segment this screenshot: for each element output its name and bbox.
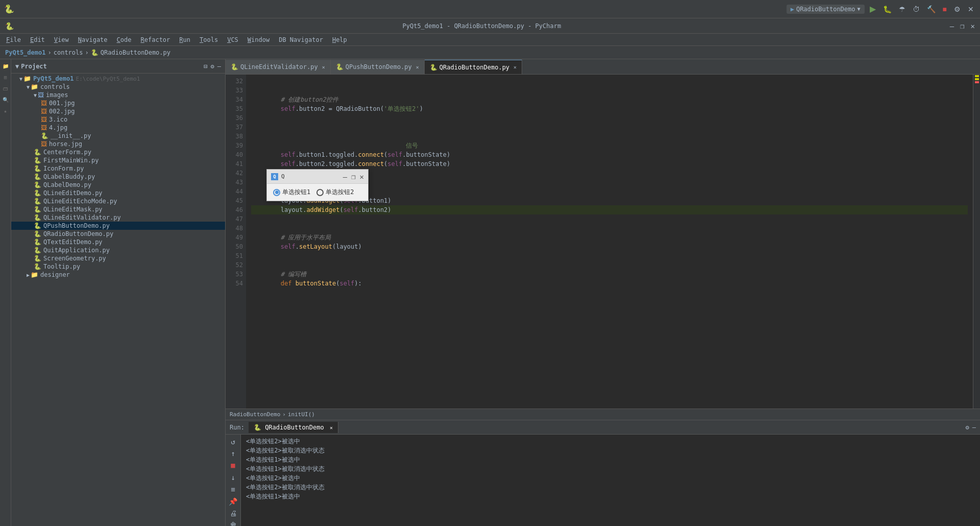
breadcrumb-file[interactable]: QRadioButtonDemo.py: [101, 49, 170, 56]
tree-centerform[interactable]: 🐍 CenterForm.py: [11, 148, 225, 156]
menu-file[interactable]: File: [2, 35, 25, 44]
coverage-button[interactable]: ☂: [897, 4, 908, 14]
tree-3ico[interactable]: 🖼 3.ico: [11, 115, 225, 124]
radio-button-2[interactable]: [316, 189, 324, 196]
tree-horsejpg[interactable]: 🖼 horse.jpg: [11, 140, 225, 148]
tree-quitapplication[interactable]: 🐍 QuitApplication.py: [11, 246, 225, 254]
clear-button[interactable]: 🗑: [228, 520, 239, 526]
profile-button[interactable]: ⏱: [911, 4, 922, 14]
tree-qlineeditechomode[interactable]: 🐍 QLineEditEchoMode.py: [11, 197, 225, 205]
breadcrumb-controls[interactable]: controls: [54, 49, 83, 56]
tree-qlineeeditmask[interactable]: 🐍 QLineEditMask.py: [11, 205, 225, 213]
tab-close-1[interactable]: ✕: [322, 64, 325, 70]
favorites-icon[interactable]: ★: [1, 106, 10, 115]
scroll-up-button[interactable]: ↑: [228, 448, 239, 458]
editor-breadcrumb-class[interactable]: RadioButtonDemo: [230, 411, 280, 418]
code-content[interactable]: # 创建button2控件 self.button2 = QRadioButto…: [246, 75, 973, 409]
editor-breadcrumb-method[interactable]: initUI(): [288, 411, 315, 418]
collapse-all-icon[interactable]: ⊟: [204, 63, 207, 70]
tab-close-3[interactable]: ✕: [513, 64, 517, 70]
project-panel-title-area: ▼ Project: [15, 63, 47, 70]
tab-qlineeditvalidator[interactable]: 🐍 QLineEditValidator.py ✕: [226, 60, 331, 74]
project-dropdown-icon[interactable]: ▼: [15, 63, 19, 70]
tree-4jpg[interactable]: 🖼 4.jpg: [11, 124, 225, 132]
tab-qradiobuttondemo[interactable]: 🐍 QRadioButtonDemo.py ✕: [425, 60, 522, 74]
menu-edit[interactable]: Edit: [26, 35, 49, 44]
tree-images[interactable]: ▼ 🖼 images: [11, 91, 225, 99]
breadcrumb-project[interactable]: PyQt5_demo1: [5, 49, 45, 56]
tree-qlineeditdemo[interactable]: 🐍 QLineEditDemo.py: [11, 189, 225, 197]
dialog-close-btn[interactable]: ✕: [360, 173, 364, 181]
menu-help[interactable]: Help: [328, 35, 351, 44]
tree-iconform[interactable]: 🐍 IconForm.py: [11, 164, 225, 173]
tree-qlineeditvalidator[interactable]: 🐍 QLineEditValidator.py: [11, 213, 225, 222]
tree-qradiobuttondemo[interactable]: 🐍 QRadioButtonDemo.py: [11, 230, 225, 238]
tab-qpushbuttondemo[interactable]: 🐍 QPushButtonDemo.py ✕: [331, 60, 425, 74]
floating-dialog: Q Q — ❐ ✕ 单选按钮1 单选: [266, 169, 369, 201]
close-window-button[interactable]: ✕: [966, 4, 976, 14]
db-browser-icon[interactable]: 🗃: [1, 84, 10, 93]
menu-tools[interactable]: Tools: [195, 35, 222, 44]
tree-screengeometry[interactable]: 🐍 ScreenGeometry.py: [11, 254, 225, 262]
run-tab-close[interactable]: ✕: [330, 425, 333, 431]
menu-window[interactable]: Window: [243, 35, 274, 44]
tree-001jpg[interactable]: 🖼 001.jpg: [11, 99, 225, 107]
dialog-minimize-btn[interactable]: —: [343, 173, 347, 181]
menu-code[interactable]: Code: [113, 35, 136, 44]
tree-designer[interactable]: ▶ 📁 designer: [11, 271, 225, 279]
tree-firstmainwin[interactable]: 🐍 FirstMainWin.py: [11, 156, 225, 164]
close-button[interactable]: ✕: [971, 22, 975, 30]
code-line-39: 信号: [251, 141, 968, 150]
tab-close-2[interactable]: ✕: [416, 64, 419, 70]
tree-qlabeldemo[interactable]: 🐍 QLabelDemo.py: [11, 181, 225, 189]
debug-button[interactable]: 🐛: [881, 4, 894, 14]
radio-button-1[interactable]: [273, 189, 280, 196]
code-editor: 3233343536 3738394041 4243444546 4748495…: [226, 75, 980, 409]
tree-controls[interactable]: ▼ 📁 controls: [11, 83, 225, 91]
close-panel-icon[interactable]: —: [217, 63, 221, 70]
scroll-down-button[interactable]: ↓: [228, 472, 239, 482]
pin-button[interactable]: 📌: [228, 496, 239, 506]
menu-vcs[interactable]: VCS: [223, 35, 242, 44]
menu-view[interactable]: View: [50, 35, 73, 44]
tree-qtexteditdemo[interactable]: 🐍 QTextEditDemo.py: [11, 238, 225, 246]
build-button[interactable]: 🔨: [925, 4, 938, 14]
menu-run[interactable]: Run: [175, 35, 194, 44]
run-tab-active[interactable]: 🐍 QRadioButtonDemo ✕: [249, 422, 338, 433]
run-button[interactable]: ▶: [868, 3, 878, 15]
stop-run-button[interactable]: ■: [228, 461, 239, 470]
structure-icon[interactable]: ⊞: [1, 73, 10, 82]
stop-button[interactable]: ■: [941, 4, 949, 14]
tree-qlabelbuddy[interactable]: 🐍 QLabelBuddy.py: [11, 173, 225, 181]
settings-cog-icon[interactable]: ⚙: [211, 63, 214, 70]
breadcrumb-icon: 🐍: [91, 49, 99, 56]
run-config-selector[interactable]: ▶ QRadioButtonDemo ▼: [787, 5, 865, 14]
tree-tooltip[interactable]: 🐍 Tooltip.py: [11, 262, 225, 271]
right-gutter: [973, 75, 980, 409]
dialog-maximize-btn[interactable]: ❐: [351, 173, 355, 181]
settings-button[interactable]: ⚙: [952, 4, 963, 14]
maximize-button[interactable]: ❐: [960, 22, 964, 30]
rerun-button[interactable]: ↺: [228, 437, 239, 446]
toolbar-right: ▶ QRadioButtonDemo ▼ ▶ 🐛 ☂ ⏱ 🔨 ■ ⚙ ✕: [787, 3, 976, 15]
print-button[interactable]: 🖨: [228, 508, 239, 518]
run-close-icon[interactable]: —: [972, 424, 976, 431]
run-settings-icon[interactable]: ⚙: [966, 424, 969, 431]
code-line-38: [251, 132, 968, 141]
project-icon[interactable]: 📁: [1, 61, 10, 70]
soft-wrap-button[interactable]: ≡: [228, 485, 239, 494]
editor-breadcrumb-sep: ›: [282, 411, 286, 418]
tree-002jpg[interactable]: 🖼 002.jpg: [11, 107, 225, 115]
run-config-dropdown-icon: ▼: [857, 6, 861, 12]
dialog-title-left: Q Q: [271, 173, 285, 180]
tree-root[interactable]: ▼ 📁 PyQt5_demo1 E:\code\PyQt5_demo1: [11, 75, 225, 83]
tree-qpushbuttondemo[interactable]: 🐍 QPushButtonDemo.py: [11, 222, 225, 230]
search-icon[interactable]: 🔍: [1, 95, 10, 104]
menu-refactor[interactable]: Refactor: [137, 35, 175, 44]
tree-init[interactable]: 🐍 __init__.py: [11, 132, 225, 140]
menu-navigate[interactable]: Navigate: [74, 35, 112, 44]
output-line-7: <单选按钮1>被选中: [246, 492, 975, 501]
minimize-button[interactable]: —: [950, 22, 954, 30]
code-line-54: def buttonState(self):: [251, 279, 968, 288]
menu-db-navigator[interactable]: DB Navigator: [275, 35, 327, 44]
